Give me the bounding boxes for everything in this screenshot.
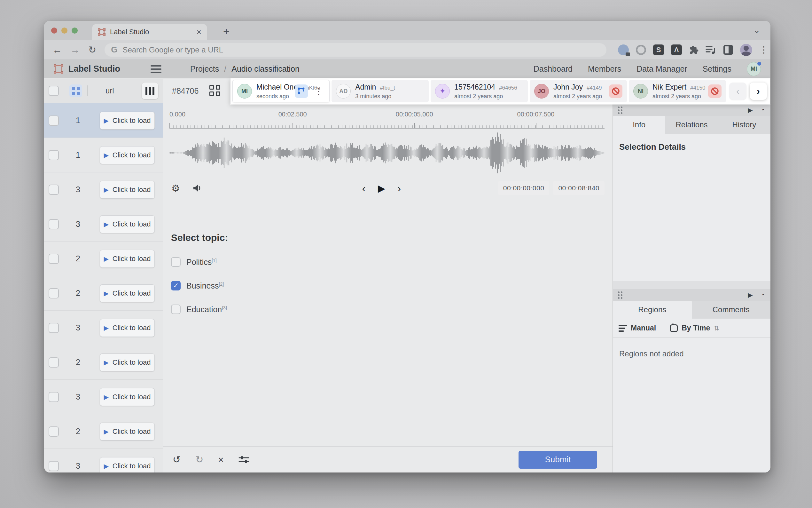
order-by-time-button[interactable]: By Time ⇅	[670, 324, 719, 332]
browser-menu-kebab-icon[interactable]: ⋮	[759, 44, 768, 55]
row-checkbox[interactable]	[49, 116, 59, 126]
click-to-load-button[interactable]: ▶Click to load	[100, 423, 155, 440]
timeline-ruler[interactable]	[170, 124, 605, 129]
table-row[interactable]: 3▶Click to load	[44, 449, 163, 472]
play-button[interactable]: ▶	[378, 183, 385, 194]
user-avatar[interactable]: MI	[747, 62, 761, 76]
table-row[interactable]: 2▶Click to load	[44, 242, 163, 276]
prev-annotators-button[interactable]: ‹	[729, 83, 747, 100]
click-to-load-button[interactable]: ▶Click to load	[100, 250, 155, 268]
table-row[interactable]: 3▶Click to load	[44, 380, 163, 414]
prev-region-icon[interactable]: ‹	[362, 182, 366, 195]
row-checkbox[interactable]	[49, 392, 59, 402]
collapse-panel-icon[interactable]: ⌄⌃	[761, 292, 765, 298]
tab-close-icon[interactable]: ×	[197, 28, 201, 36]
slash-extension-icon[interactable]: Λ	[671, 44, 682, 55]
row-checkbox[interactable]	[49, 461, 59, 471]
sort-direction-icon[interactable]: ⇅	[714, 324, 719, 332]
select-all-checkbox[interactable]	[49, 86, 59, 96]
drag-handle-icon[interactable]	[618, 107, 622, 114]
forward-icon[interactable]: →	[70, 44, 80, 55]
click-to-load-button[interactable]: ▶Click to load	[100, 181, 155, 199]
next-annotators-button[interactable]: ›	[750, 83, 767, 100]
side-panel-icon[interactable]	[723, 45, 733, 55]
settings-sliders-icon[interactable]	[238, 455, 249, 465]
window-chevron-icon[interactable]: ⌄	[753, 25, 760, 35]
click-to-load-button[interactable]: ▶Click to load	[100, 284, 155, 302]
row-checkbox[interactable]	[49, 323, 59, 333]
table-row[interactable]: 1▶Click to load	[44, 138, 163, 172]
row-checkbox[interactable]	[49, 426, 59, 437]
table-row[interactable]: 3▶Click to load	[44, 207, 163, 242]
tab-regions[interactable]: Regions	[613, 301, 692, 319]
zoom-window-button[interactable]	[71, 28, 78, 34]
detach-panel-icon[interactable]: ▶	[748, 291, 753, 299]
playlist-icon[interactable]	[706, 45, 716, 55]
row-checkbox[interactable]	[49, 150, 59, 160]
tab-info[interactable]: Info	[613, 116, 665, 134]
choice-business[interactable]: ✓ Business[2]	[171, 281, 228, 291]
choice-politics[interactable]: Politics[1]	[171, 257, 228, 267]
table-row[interactable]: 3▶Click to load	[44, 172, 163, 207]
regions-preview-icon[interactable]	[295, 84, 308, 98]
click-to-load-button[interactable]: ▶Click to load	[100, 353, 155, 371]
columns-toggle-button[interactable]	[142, 83, 158, 99]
nav-members[interactable]: Members	[588, 64, 621, 74]
row-checkbox[interactable]	[49, 254, 59, 264]
c-extension-icon[interactable]	[636, 45, 646, 55]
table-row[interactable]: 3▶Click to load	[44, 311, 163, 345]
grid-view-icon[interactable]	[69, 84, 82, 97]
extensions-puzzle-icon[interactable]	[689, 45, 699, 55]
group-manual-button[interactable]: Manual	[619, 324, 656, 332]
back-icon[interactable]: ←	[52, 44, 62, 55]
url-bar[interactable]: G Search Google or type a URL	[104, 43, 607, 57]
nav-data-manager[interactable]: Data Manager	[636, 64, 687, 74]
submit-button[interactable]: Submit	[519, 451, 597, 469]
table-row[interactable]: 1▶Click to load	[44, 103, 163, 138]
browser-profile-avatar[interactable]	[740, 44, 752, 56]
nav-dashboard[interactable]: Dashboard	[533, 64, 573, 74]
annotator-card-admin[interactable]: AD Admin #fbu_t 3 minutes ago	[332, 80, 429, 102]
drag-handle-icon[interactable]	[618, 291, 622, 299]
s-extension-icon[interactable]: S	[653, 44, 664, 55]
reload-icon[interactable]: ↻	[88, 44, 96, 55]
row-checkbox[interactable]	[49, 219, 59, 229]
task-grid-icon[interactable]	[209, 85, 221, 97]
click-to-load-button[interactable]: ▶Click to load	[100, 319, 155, 337]
tab-history[interactable]: History	[718, 116, 770, 134]
nav-settings[interactable]: Settings	[703, 64, 731, 74]
annotator-card-nik-expert[interactable]: NI Nik Expert #4150 almost 2 years ago	[629, 80, 726, 102]
checkbox-business[interactable]: ✓	[171, 281, 181, 291]
table-row[interactable]: 2▶Click to load	[44, 276, 163, 311]
table-row[interactable]: 2▶Click to load	[44, 414, 163, 449]
minimize-window-button[interactable]	[61, 28, 67, 34]
privacy-extension-icon[interactable]	[618, 44, 629, 55]
column-header-url[interactable]: url	[105, 86, 114, 95]
table-row[interactable]: 2▶Click to load	[44, 345, 163, 380]
click-to-load-button[interactable]: ▶Click to load	[100, 457, 155, 473]
checkbox-education[interactable]	[171, 304, 181, 314]
choice-education[interactable]: Education[3]	[171, 304, 228, 314]
tab-comments[interactable]: Comments	[692, 301, 771, 319]
click-to-load-button[interactable]: ▶Click to load	[100, 112, 155, 130]
checkbox-politics[interactable]	[171, 257, 181, 267]
volume-icon[interactable]	[192, 183, 203, 193]
annotator-card-john-joy[interactable]: JO John Joy #4149 almost 2 years ago	[530, 80, 627, 102]
click-to-load-button[interactable]: ▶Click to load	[100, 388, 155, 406]
reset-icon[interactable]: ×	[218, 454, 224, 465]
next-region-icon[interactable]: ›	[397, 182, 401, 195]
brand[interactable]: Label Studio	[54, 64, 120, 74]
row-checkbox[interactable]	[49, 288, 59, 298]
annotation-menu-kebab-icon[interactable]: ⋮	[315, 86, 323, 96]
close-window-button[interactable]	[51, 28, 57, 34]
annotator-card-michael-one[interactable]: MI Michael One #mKt6u seconds ago ⋮	[232, 80, 330, 102]
collapse-panel-icon[interactable]: ⌄⌃	[761, 107, 765, 113]
row-checkbox[interactable]	[49, 357, 59, 368]
detach-panel-icon[interactable]: ▶	[748, 106, 753, 114]
waveform[interactable]	[170, 130, 605, 175]
breadcrumb-projects[interactable]: Projects	[190, 64, 219, 74]
redo-icon[interactable]: ↻	[195, 454, 203, 465]
click-to-load-button[interactable]: ▶Click to load	[100, 215, 155, 233]
new-tab-button[interactable]: +	[223, 25, 230, 38]
undo-icon[interactable]: ↺	[173, 454, 181, 465]
